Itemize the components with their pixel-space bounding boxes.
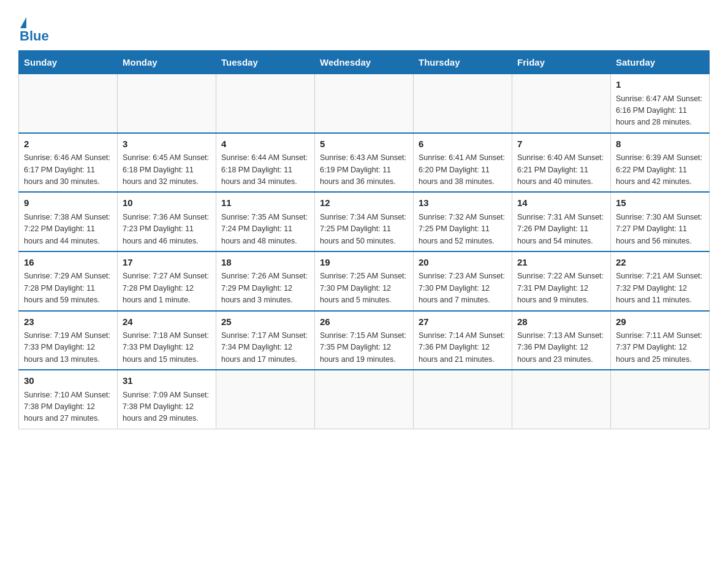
- calendar-cell: 14Sunrise: 7:31 AM Sunset: 7:26 PM Dayli…: [512, 192, 611, 251]
- weekday-header-thursday: Thursday: [414, 51, 512, 74]
- calendar-table: SundayMondayTuesdayWednesdayThursdayFrid…: [18, 50, 710, 429]
- calendar-cell: [216, 74, 315, 133]
- day-number: 30: [24, 374, 112, 388]
- day-number: 23: [24, 315, 112, 329]
- calendar-cell: 30Sunrise: 7:10 AM Sunset: 7:38 PM Dayli…: [19, 370, 118, 429]
- day-info: Sunrise: 7:19 AM Sunset: 7:33 PM Dayligh…: [24, 330, 112, 366]
- calendar-week-row: 2Sunrise: 6:46 AM Sunset: 6:17 PM Daylig…: [19, 133, 710, 193]
- calendar-cell: 1Sunrise: 6:47 AM Sunset: 6:16 PM Daylig…: [611, 74, 710, 133]
- day-info: Sunrise: 7:14 AM Sunset: 7:36 PM Dayligh…: [419, 330, 507, 366]
- day-number: 6: [419, 137, 507, 151]
- day-info: Sunrise: 7:30 AM Sunset: 7:27 PM Dayligh…: [616, 212, 704, 247]
- calendar-cell: 13Sunrise: 7:32 AM Sunset: 7:25 PM Dayli…: [414, 192, 512, 251]
- calendar-week-row: 23Sunrise: 7:19 AM Sunset: 7:33 PM Dayli…: [19, 311, 710, 370]
- calendar-cell: [611, 370, 710, 429]
- weekday-header-monday: Monday: [118, 51, 216, 74]
- day-info: Sunrise: 7:29 AM Sunset: 7:28 PM Dayligh…: [24, 270, 112, 306]
- calendar-cell: 18Sunrise: 7:26 AM Sunset: 7:29 PM Dayli…: [216, 251, 315, 311]
- calendar-week-row: 16Sunrise: 7:29 AM Sunset: 7:28 PM Dayli…: [19, 251, 710, 311]
- day-number: 18: [221, 256, 309, 270]
- calendar-cell: [216, 370, 315, 429]
- calendar-cell: 15Sunrise: 7:30 AM Sunset: 7:27 PM Dayli…: [611, 192, 710, 251]
- day-number: 4: [221, 137, 309, 151]
- weekday-header-row: SundayMondayTuesdayWednesdayThursdayFrid…: [19, 51, 710, 74]
- weekday-header-sunday: Sunday: [19, 51, 118, 74]
- day-info: Sunrise: 7:34 AM Sunset: 7:25 PM Dayligh…: [320, 212, 408, 247]
- day-info: Sunrise: 6:46 AM Sunset: 6:17 PM Dayligh…: [24, 152, 112, 188]
- weekday-header-tuesday: Tuesday: [216, 51, 315, 74]
- calendar-week-row: 9Sunrise: 7:38 AM Sunset: 7:22 PM Daylig…: [19, 192, 710, 251]
- day-number: 20: [419, 256, 507, 270]
- day-info: Sunrise: 7:25 AM Sunset: 7:30 PM Dayligh…: [320, 270, 408, 306]
- header: Blue: [18, 12, 710, 44]
- day-info: Sunrise: 7:32 AM Sunset: 7:25 PM Dayligh…: [419, 212, 507, 247]
- day-info: Sunrise: 7:36 AM Sunset: 7:23 PM Dayligh…: [123, 212, 211, 247]
- day-info: Sunrise: 6:43 AM Sunset: 6:19 PM Dayligh…: [320, 152, 408, 188]
- day-number: 25: [221, 315, 309, 329]
- day-info: Sunrise: 7:17 AM Sunset: 7:34 PM Dayligh…: [221, 330, 309, 366]
- calendar-cell: 20Sunrise: 7:23 AM Sunset: 7:30 PM Dayli…: [414, 251, 512, 311]
- weekday-header-friday: Friday: [512, 51, 611, 74]
- weekday-header-saturday: Saturday: [611, 51, 710, 74]
- day-info: Sunrise: 6:44 AM Sunset: 6:18 PM Dayligh…: [221, 152, 309, 188]
- weekday-header-wednesday: Wednesday: [315, 51, 414, 74]
- day-info: Sunrise: 7:10 AM Sunset: 7:38 PM Dayligh…: [24, 389, 112, 425]
- day-number: 26: [320, 315, 408, 329]
- day-number: 22: [616, 256, 704, 270]
- day-number: 15: [616, 196, 704, 210]
- logo: Blue: [18, 18, 49, 44]
- calendar-cell: 26Sunrise: 7:15 AM Sunset: 7:35 PM Dayli…: [315, 311, 414, 370]
- day-number: 31: [123, 374, 211, 388]
- day-info: Sunrise: 7:31 AM Sunset: 7:26 PM Dayligh…: [517, 212, 605, 247]
- day-info: Sunrise: 7:18 AM Sunset: 7:33 PM Dayligh…: [123, 330, 211, 366]
- calendar-cell: 17Sunrise: 7:27 AM Sunset: 7:28 PM Dayli…: [118, 251, 216, 311]
- calendar-cell: 2Sunrise: 6:46 AM Sunset: 6:17 PM Daylig…: [19, 133, 118, 193]
- calendar-cell: [512, 370, 611, 429]
- day-info: Sunrise: 6:41 AM Sunset: 6:20 PM Dayligh…: [419, 152, 507, 188]
- calendar-cell: 24Sunrise: 7:18 AM Sunset: 7:33 PM Dayli…: [118, 311, 216, 370]
- day-number: 1: [616, 78, 704, 92]
- calendar-cell: 11Sunrise: 7:35 AM Sunset: 7:24 PM Dayli…: [216, 192, 315, 251]
- day-info: Sunrise: 6:39 AM Sunset: 6:22 PM Dayligh…: [616, 152, 704, 188]
- day-number: 19: [320, 256, 408, 270]
- day-number: 3: [123, 137, 211, 151]
- day-info: Sunrise: 7:38 AM Sunset: 7:22 PM Dayligh…: [24, 212, 112, 247]
- logo-triangle-icon: [20, 17, 26, 28]
- calendar-cell: [414, 74, 512, 133]
- day-number: 13: [419, 196, 507, 210]
- day-number: 10: [123, 196, 211, 210]
- calendar-cell: [414, 370, 512, 429]
- calendar-week-row: 30Sunrise: 7:10 AM Sunset: 7:38 PM Dayli…: [19, 370, 710, 429]
- calendar-cell: 31Sunrise: 7:09 AM Sunset: 7:38 PM Dayli…: [118, 370, 216, 429]
- calendar-cell: 19Sunrise: 7:25 AM Sunset: 7:30 PM Dayli…: [315, 251, 414, 311]
- day-info: Sunrise: 7:21 AM Sunset: 7:32 PM Dayligh…: [616, 270, 704, 306]
- day-info: Sunrise: 7:11 AM Sunset: 7:37 PM Dayligh…: [616, 330, 704, 366]
- calendar-cell: [315, 74, 414, 133]
- calendar-cell: 12Sunrise: 7:34 AM Sunset: 7:25 PM Dayli…: [315, 192, 414, 251]
- day-info: Sunrise: 7:22 AM Sunset: 7:31 PM Dayligh…: [517, 270, 605, 306]
- day-info: Sunrise: 7:27 AM Sunset: 7:28 PM Dayligh…: [123, 270, 211, 306]
- day-info: Sunrise: 7:09 AM Sunset: 7:38 PM Dayligh…: [123, 389, 211, 425]
- day-number: 21: [517, 256, 605, 270]
- calendar-cell: 29Sunrise: 7:11 AM Sunset: 7:37 PM Dayli…: [611, 311, 710, 370]
- day-info: Sunrise: 6:40 AM Sunset: 6:21 PM Dayligh…: [517, 152, 605, 188]
- calendar-cell: 8Sunrise: 6:39 AM Sunset: 6:22 PM Daylig…: [611, 133, 710, 193]
- calendar-cell: [118, 74, 216, 133]
- day-number: 7: [517, 137, 605, 151]
- calendar-cell: 27Sunrise: 7:14 AM Sunset: 7:36 PM Dayli…: [414, 311, 512, 370]
- day-info: Sunrise: 6:45 AM Sunset: 6:18 PM Dayligh…: [123, 152, 211, 188]
- day-info: Sunrise: 7:35 AM Sunset: 7:24 PM Dayligh…: [221, 212, 309, 247]
- day-number: 28: [517, 315, 605, 329]
- day-number: 17: [123, 256, 211, 270]
- day-number: 14: [517, 196, 605, 210]
- calendar-cell: 9Sunrise: 7:38 AM Sunset: 7:22 PM Daylig…: [19, 192, 118, 251]
- day-number: 24: [123, 315, 211, 329]
- day-number: 2: [24, 137, 112, 151]
- calendar-cell: [315, 370, 414, 429]
- day-number: 12: [320, 196, 408, 210]
- day-info: Sunrise: 6:47 AM Sunset: 6:16 PM Dayligh…: [616, 93, 704, 129]
- calendar-cell: 25Sunrise: 7:17 AM Sunset: 7:34 PM Dayli…: [216, 311, 315, 370]
- calendar-cell: 6Sunrise: 6:41 AM Sunset: 6:20 PM Daylig…: [414, 133, 512, 193]
- calendar-cell: 10Sunrise: 7:36 AM Sunset: 7:23 PM Dayli…: [118, 192, 216, 251]
- day-info: Sunrise: 7:15 AM Sunset: 7:35 PM Dayligh…: [320, 330, 408, 366]
